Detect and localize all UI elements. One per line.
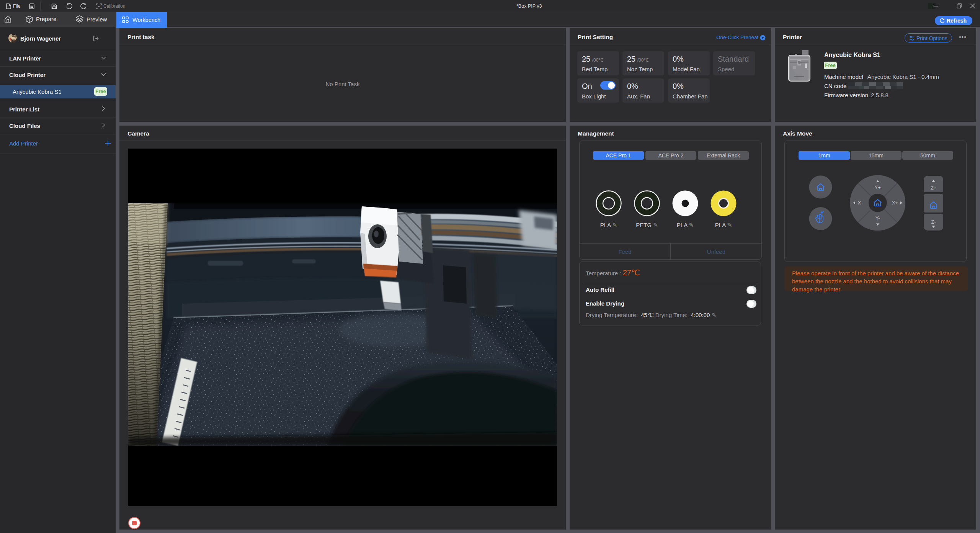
svg-text:Z+: Z+ xyxy=(931,185,937,191)
svg-text:Y-: Y- xyxy=(875,215,880,221)
svg-text:Y+: Y+ xyxy=(875,185,881,190)
svg-text:X-: X- xyxy=(858,200,863,206)
svg-text:Z-: Z- xyxy=(931,219,936,225)
svg-text:X+: X+ xyxy=(892,200,898,206)
